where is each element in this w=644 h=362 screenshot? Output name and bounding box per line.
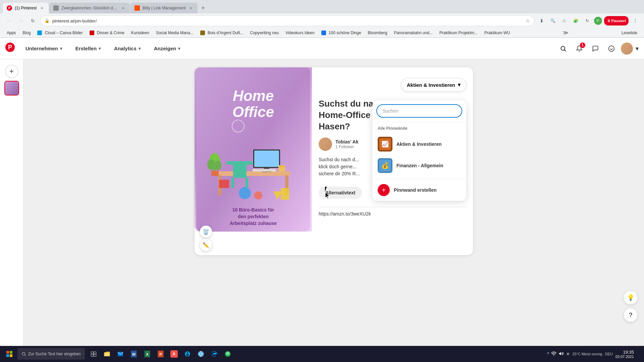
bookmark-social-label: Social Media Mana... (156, 31, 194, 35)
tab-zwerg[interactable]: Zwergkaninchen: Glücklich durch... ✕ (49, 3, 130, 13)
lock-icon: 🔒 (45, 18, 50, 23)
board-item-aktien[interactable]: 📈 Aktien & Investieren (372, 133, 466, 155)
download-icon[interactable]: ⬇ (537, 16, 546, 25)
taskbar-edge[interactable] (208, 348, 220, 360)
board-item-finanzen[interactable]: 💰 Finanzen - Allgemein (372, 155, 466, 176)
bookmark-100[interactable]: 100 schöne Dinge (319, 30, 364, 36)
taskbar-word[interactable]: W (128, 348, 140, 360)
nav-chevron-anzeigen: ▾ (178, 46, 180, 51)
zoom-icon[interactable]: 🔍 (548, 16, 558, 25)
user-avatar[interactable] (621, 43, 633, 55)
search-button[interactable] (556, 42, 570, 55)
tab-close-bitly[interactable]: ✕ (188, 5, 194, 11)
messages-button[interactable] (589, 42, 602, 55)
taskbar-task-view[interactable] (88, 348, 100, 360)
bookmark-apps-label: Apps (7, 31, 16, 35)
tab-close-pinterest[interactable]: ✕ (39, 5, 45, 11)
profile-icon[interactable]: P (594, 17, 602, 25)
bookmark-apps[interactable]: Apps (4, 30, 18, 36)
bookmark-dinner[interactable]: Dinner & Crime (87, 30, 127, 36)
taskbar-spotify[interactable] (222, 348, 234, 360)
svg-rect-17 (254, 150, 279, 167)
weather-icon[interactable]: ☀ (566, 351, 570, 357)
board-selector-button[interactable]: Aktien & Investieren ▾ (401, 78, 466, 92)
svg-point-28 (239, 187, 251, 199)
svg-point-23 (207, 159, 215, 170)
bookmark-cloud[interactable]: Cloud – Canva Bilder (35, 30, 85, 36)
taskbar-browser[interactable] (195, 348, 207, 360)
bookmarks-more-icon[interactable]: ≫ (563, 29, 569, 36)
lightbulb-button[interactable]: 💡 (624, 291, 637, 304)
browser-controls: ← → ↻ 🔒 pinterest.at/pin-builder/ ☆ ⬇ 🔍 … (0, 13, 644, 28)
taskbar-search[interactable]: Zur Suche Text hier eingeben (17, 348, 85, 360)
bookmark-dinner-favicon (90, 31, 94, 35)
svg-text:💰: 💰 (381, 162, 389, 169)
nav-item-analytics[interactable]: Analytics ▾ (109, 43, 146, 54)
alternativtext-button[interactable]: Alternativtext (319, 187, 362, 199)
taskbar-file-explorer[interactable] (101, 348, 113, 360)
nav-item-unternehmen[interactable]: Unternehmen ▾ (20, 43, 67, 54)
bookmark-social[interactable]: Social Media Mana... (153, 30, 196, 36)
weather-temp: 25°C (572, 352, 581, 356)
taskbar-mail[interactable] (114, 348, 126, 360)
bookmark-star-icon[interactable]: ☆ (526, 18, 530, 23)
bookmark-kursideen[interactable]: Kursideen (128, 30, 152, 36)
tray-arrow-icon[interactable]: ^ (547, 351, 549, 357)
tab-close-zwerg[interactable]: ✕ (120, 5, 126, 11)
reload-button[interactable]: ↻ (28, 16, 38, 25)
new-tab-button[interactable]: + (198, 3, 208, 13)
notification-button[interactable]: 1 (573, 42, 586, 55)
reading-list-item[interactable]: Leseliste (619, 30, 640, 36)
pin-edit-button[interactable]: ✏️ (200, 239, 212, 251)
back-button[interactable]: ← (4, 16, 13, 25)
bookmark-video[interactable]: Videokurs Ideen (283, 30, 317, 36)
tab-bitly[interactable]: Bitly | Link Management ✕ (130, 3, 198, 13)
bookmark-praktikum-p[interactable]: Praktikum Projektm... (437, 30, 480, 36)
tray-volume-icon[interactable] (558, 351, 564, 357)
bookmark-praktikum-wu[interactable]: Praktikum WU (482, 30, 513, 36)
bookmark-copy-label: Copywriting neu (250, 31, 279, 35)
create-board-button[interactable]: + Pinnwand erstellen (372, 179, 466, 201)
pause-button[interactable]: ⏸ Pausiert (604, 16, 629, 25)
taskbar-excel[interactable]: X (141, 348, 153, 360)
nav-item-erstellen[interactable]: Erstellen ▾ (70, 43, 106, 54)
bookmark-blog[interactable]: Blog (20, 30, 33, 36)
bookmark-bois[interactable]: Bois d'Argent Duft... (198, 30, 246, 36)
svg-point-24 (215, 161, 221, 170)
taskbar-powerpoint[interactable]: P (155, 348, 167, 360)
nav-more-chevron[interactable]: ▾ (636, 45, 639, 52)
tray-network-icon[interactable] (551, 351, 556, 357)
start-button[interactable] (3, 347, 16, 361)
bookmark-bois-favicon (200, 31, 205, 35)
help-button[interactable]: ? (624, 308, 637, 322)
taskbar-settings[interactable] (181, 348, 194, 360)
bookmark-copy[interactable]: Copywriting neu (247, 30, 281, 36)
star-icon[interactable]: ☆ (560, 16, 569, 25)
sidebar-add-button[interactable]: + (5, 65, 18, 78)
arrow-button[interactable] (605, 42, 618, 55)
sidebar-thumbnail-1[interactable] (4, 81, 19, 96)
nav-label-erstellen: Erstellen (75, 46, 97, 51)
bookmarks-bar: Apps Blog Cloud – Canva Bilder Dinner & … (0, 28, 644, 38)
sync-icon[interactable]: ↻ (583, 16, 592, 25)
bookmark-panorama-label: Panoramabahn und... (394, 31, 433, 35)
pin-delete-button[interactable]: 🗑️ (200, 226, 212, 238)
taskbar-app-6[interactable]: A (168, 348, 180, 360)
browser-menu-button[interactable]: ⋮ (631, 16, 640, 25)
board-dropdown: Alle Pinnwände 📈 Aktien & Investieren (372, 100, 466, 201)
address-text: pinterest.at/pin-builder/ (52, 18, 523, 23)
svg-point-29 (254, 191, 262, 199)
tab-pinterest[interactable]: P (1) Pinterest ✕ (3, 3, 49, 13)
pinterest-logo[interactable]: P (5, 43, 15, 54)
board-search-input[interactable] (376, 104, 462, 118)
svg-rect-49 (94, 352, 96, 354)
svg-text:X: X (146, 352, 149, 356)
bookmark-bloomberg[interactable]: Bloomberg (365, 30, 390, 36)
bookmark-panorama[interactable]: Panoramabahn und... (391, 30, 435, 36)
extensions-icon[interactable]: 🧩 (571, 16, 581, 25)
forward-button[interactable]: → (16, 16, 25, 25)
address-bar[interactable]: 🔒 pinterest.at/pin-builder/ ☆ (40, 15, 534, 26)
system-clock[interactable]: 19:35 03.07.2021 (615, 350, 634, 359)
nav-item-anzeigen[interactable]: Anzeigen ▾ (149, 43, 186, 54)
tab-favicon-bitly (135, 5, 140, 11)
